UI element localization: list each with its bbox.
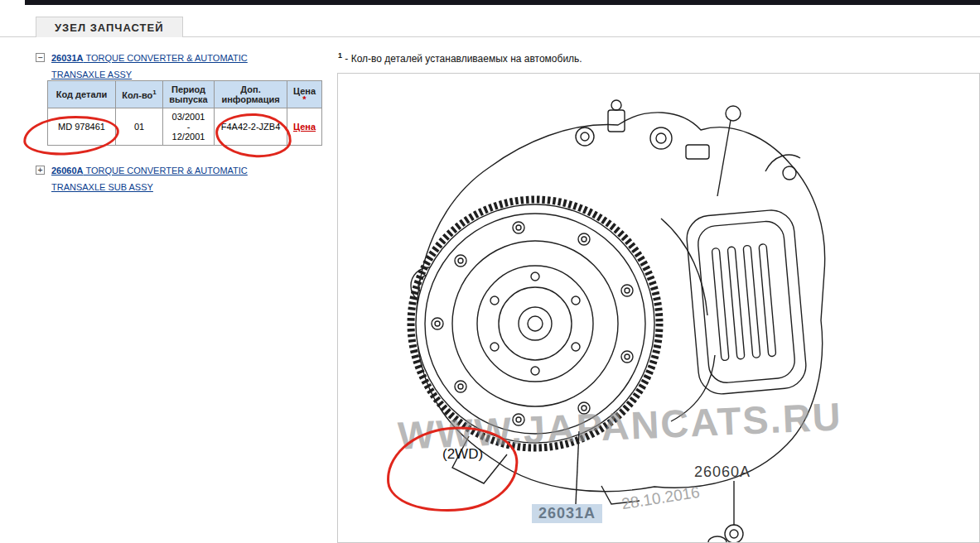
footnote-text: - Кол-во деталей устанавливаемых на авто… <box>342 53 582 65</box>
part-code-text: 26060A <box>51 166 84 175</box>
tree-node-26060a: + 26060A TORQUE CONVERTER & AUTOMATIC TR… <box>36 162 284 195</box>
hotspot-label-26031a[interactable]: 26031A <box>532 504 602 523</box>
hotspot-label-26060a[interactable]: 26060A <box>694 464 751 481</box>
cell-info: F4A42-2-JZB4 <box>215 108 287 146</box>
price-link[interactable]: Цена <box>293 122 316 132</box>
column-header-price: Цена * <box>287 81 322 108</box>
column-header-period: Период выпуска <box>163 81 215 108</box>
column-header-part-code: Код детали <box>48 81 116 108</box>
qty-footnote-mark: 1 <box>152 89 156 96</box>
column-header-info: Доп. информация <box>215 81 287 108</box>
drive-type-label: (2WD) <box>442 446 483 463</box>
qty-header-text: Кол-во <box>122 90 152 100</box>
cell-part-code: MD 978461 <box>48 108 116 146</box>
column-header-qty: Кол-во1 <box>116 81 163 108</box>
price-footnote-mark: * <box>290 96 319 103</box>
footnote: 1 - Кол-во деталей устанавливаемых на ав… <box>338 51 582 65</box>
cell-qty: 01 <box>116 108 163 146</box>
table-header-row: Код детали Кол-во1 Период выпуска Доп. и… <box>48 81 322 108</box>
tree-link-26031a[interactable]: 26031A TORQUE CONVERTER & AUTOMATIC TRAN… <box>51 50 260 83</box>
top-bar <box>25 0 980 5</box>
parts-table: Код детали Кол-во1 Период выпуска Доп. и… <box>47 80 322 146</box>
table-row: MD 978461 01 03/2001 - 12/2001 F4A42-2-J… <box>48 108 322 146</box>
transmission-drawing <box>338 74 980 543</box>
tree-collapse-icon[interactable]: − <box>36 53 45 62</box>
tab-parts-unit[interactable]: УЗЕЛ ЗАПЧАСТЕЙ <box>36 17 183 37</box>
part-code-text: 26031A <box>51 53 84 63</box>
page-root: УЗЕЛ ЗАПЧАСТЕЙ − 26031A TORQUE CONVERTER… <box>0 0 980 543</box>
tree-node-26031a: − 26031A TORQUE CONVERTER & AUTOMATIC TR… <box>36 50 284 83</box>
cell-price: Цена <box>287 108 322 146</box>
tree-expand-icon[interactable]: + <box>36 166 45 175</box>
diagram-panel: WWW.JAPANCATS.RU (2WD) 26060A 26031A 28.… <box>337 73 980 543</box>
tree-link-26060a[interactable]: 26060A TORQUE CONVERTER & AUTOMATIC TRAN… <box>51 162 260 195</box>
sub-assy-part <box>708 525 743 543</box>
cell-period: 03/2001 - 12/2001 <box>163 108 215 146</box>
